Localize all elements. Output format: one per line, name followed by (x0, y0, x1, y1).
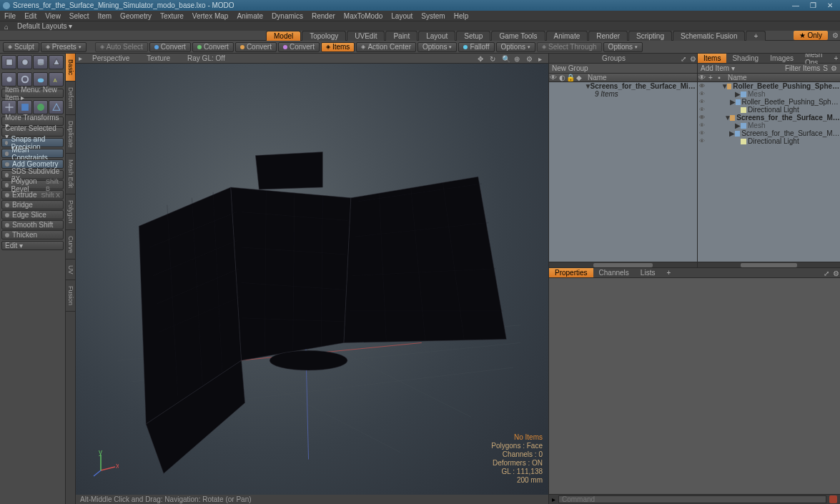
cmd-chevron-icon[interactable]: ▸ (552, 495, 555, 503)
vp-zoom-icon[interactable]: 🔍 (502, 55, 509, 62)
viewport-options-icon[interactable]: ▸ (79, 54, 82, 62)
item-row[interactable]: 👁▼Screens_for_the_Surface_Mini ... (698, 114, 840, 122)
tab-paint[interactable]: Paint (385, 31, 417, 41)
toolbar-autoselect[interactable]: ◈Auto Select (95, 42, 148, 52)
items-tab-meshops[interactable]: Mesh Ops (799, 54, 828, 63)
edit-dropdown[interactable]: Edit ▾ (1, 241, 64, 250)
minimize-button[interactable]: — (789, 1, 803, 10)
items-tab-shading[interactable]: Shading (726, 54, 764, 63)
item-row[interactable]: 👁Directional Light (698, 106, 840, 114)
tab-model[interactable]: Model (266, 31, 301, 41)
op-smoothshift[interactable]: Smooth Shift (1, 220, 64, 229)
mesh-constraints-header[interactable]: Mesh Constraints (1, 149, 64, 158)
group-row[interactable]: ▼Screens_for_the_Surface_Mini ... (549, 82, 697, 90)
toolbar-convert[interactable]: Convert (278, 42, 320, 52)
vtab-deform[interactable]: Deform (66, 81, 75, 115)
vp-gear-icon[interactable]: ⚙ (526, 55, 533, 62)
col-vis-icon[interactable]: 👁 (549, 74, 558, 81)
move-tool[interactable] (1, 100, 16, 114)
tab-render[interactable]: Render (588, 31, 628, 41)
torus-tool[interactable] (17, 72, 32, 87)
menu-layout[interactable]: Layout (391, 12, 412, 20)
record-button[interactable] (829, 495, 837, 503)
viewport-tab-perspective[interactable]: Perspective (85, 54, 137, 62)
toolbar-convert[interactable]: Convert (235, 42, 277, 52)
toolbar-options[interactable]: Options▾ (603, 42, 643, 52)
item-row[interactable]: 👁▶Mesh (698, 122, 840, 129)
vp-rotate-icon[interactable]: ↻ (490, 55, 497, 62)
axis-widget[interactable]: xy (90, 449, 119, 478)
grid-tool[interactable] (17, 100, 32, 114)
tab-animate[interactable]: Animate (546, 31, 588, 41)
vp-move-icon[interactable]: ✥ (478, 55, 485, 62)
capsule-tool[interactable] (1, 72, 16, 87)
sphere-tool[interactable] (17, 55, 32, 69)
toolbar-items[interactable]: ◈Items (321, 42, 355, 52)
cone-tool[interactable] (49, 55, 64, 69)
items-tab-images[interactable]: Images (764, 54, 799, 63)
props-max-icon[interactable]: ⤢ (824, 270, 831, 277)
menu-vertexmap[interactable]: Vertex Map (192, 12, 229, 20)
groups-gear-icon[interactable]: ⚙ (690, 55, 697, 62)
op-bridge[interactable]: Bridge (1, 200, 64, 209)
props-gear-icon[interactable]: ⚙ (833, 270, 840, 277)
filter-s-icon[interactable]: S (823, 64, 828, 72)
menu-animate[interactable]: Animate (237, 12, 263, 20)
group-row[interactable]: 9 Items (549, 90, 697, 98)
toolbar-sculpt[interactable]: ◈Sculpt (3, 42, 39, 52)
toolbar-presets[interactable]: ◈Presets▾ (41, 42, 87, 52)
scale-tool[interactable] (49, 100, 64, 114)
tab-layout[interactable]: Layout (418, 31, 455, 41)
toolbar-actioncenter[interactable]: ◈Action Center (356, 42, 416, 52)
only-button[interactable]: ★ Only (794, 31, 828, 40)
menu-texture[interactable]: Texture (160, 12, 184, 20)
item-row[interactable]: 👁▼Roller_Beetle_Pushing_Sphere_Dirt_... (698, 82, 840, 90)
toolbar-options[interactable]: Options▾ (496, 42, 535, 52)
tab-gametools[interactable]: Game Tools (491, 31, 545, 41)
props-tab-lists[interactable]: Lists (635, 268, 661, 277)
col-color-icon[interactable]: ◆ (575, 74, 583, 81)
col-solo-icon[interactable]: ◐ (558, 74, 566, 81)
text-tool[interactable]: A (49, 72, 64, 87)
viewport-canvas[interactable]: xy No Items Polygons : Face Channels : 0… (76, 64, 548, 495)
tab-add[interactable]: + (746, 31, 766, 41)
tab-scripting[interactable]: Scripting (628, 31, 672, 41)
viewport-tab-raygl[interactable]: Ray GL: Off (180, 54, 232, 62)
menu-dynamics[interactable]: Dynamics (272, 12, 303, 20)
menu-system[interactable]: System (421, 12, 445, 20)
menu-view[interactable]: View (45, 12, 61, 20)
item-row[interactable]: 👁Directional Light (698, 137, 840, 145)
op-polygonbevel[interactable]: Polygon BevelShift B (1, 180, 64, 189)
groups-max-icon[interactable]: ⤢ (681, 55, 688, 62)
home-icon[interactable]: ⌂ (4, 23, 11, 30)
vtab-curve[interactable]: Curve (66, 230, 75, 260)
col-name[interactable]: Name (583, 74, 607, 81)
toolbar-falloff[interactable]: Falloff (458, 42, 494, 52)
tabbar-gear-icon[interactable]: ⚙ (832, 31, 839, 39)
filter-items-button[interactable]: Filter Items (785, 64, 820, 72)
toolbar-convert[interactable]: Convert (149, 42, 191, 52)
tab-topology[interactable]: Topology (302, 31, 346, 41)
items-col-add-icon[interactable]: + (706, 74, 715, 81)
op-thicken[interactable]: Thicken (1, 230, 64, 239)
items-hscroll[interactable] (698, 262, 840, 267)
props-tab-channels[interactable]: Channels (593, 268, 635, 277)
teapot-tool[interactable] (33, 72, 48, 87)
close-button[interactable]: ✕ (823, 1, 837, 10)
command-input[interactable] (558, 495, 826, 503)
menu-file[interactable]: File (4, 12, 16, 20)
vtab-basic[interactable]: Basic (66, 54, 75, 81)
vtab-uv[interactable]: UV (66, 260, 75, 281)
items-tree[interactable]: 👁▼Roller_Beetle_Pushing_Sphere_Dirt_...👁… (698, 82, 840, 262)
vp-max-icon[interactable]: ▸ (538, 55, 545, 62)
col-lock-icon[interactable]: 🔒 (566, 74, 575, 81)
groups-tree[interactable]: ▼Screens_for_the_Surface_Mini ...9 Items (549, 82, 697, 262)
item-row[interactable]: 👁▶Mesh (698, 90, 840, 98)
props-tab-add[interactable]: + (661, 268, 676, 277)
items-tab-items[interactable]: Items (698, 54, 726, 63)
globe-tool[interactable] (33, 100, 48, 114)
cylinder-tool[interactable] (33, 55, 48, 69)
vp-camera-icon[interactable]: ⊕ (514, 55, 521, 62)
menu-item[interactable]: Item (98, 12, 112, 20)
menu-help[interactable]: Help (454, 12, 469, 20)
